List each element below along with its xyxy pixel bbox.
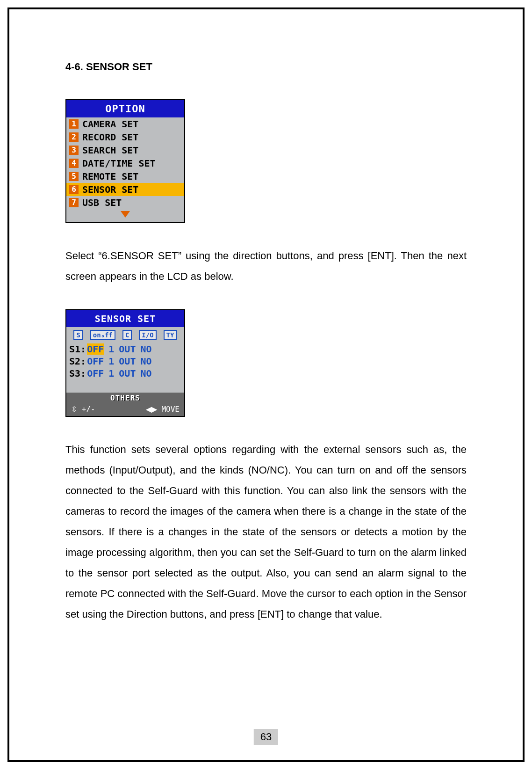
option-label: SEARCH SET	[82, 145, 138, 156]
sensor-row-s1[interactable]: S1: OFF 1 OUT NO	[69, 343, 181, 355]
sensor-set-title: SENSOR SET	[66, 310, 184, 327]
sensor-ty[interactable]: NO	[140, 356, 151, 367]
option-number: 3	[69, 146, 79, 155]
sensor-row-s3[interactable]: S3: OFF 1 OUT NO	[69, 367, 181, 379]
sensor-name: S2:	[69, 356, 86, 367]
sensor-name: S1:	[69, 343, 86, 355]
option-item-record-set[interactable]: 2 RECORD SET	[66, 131, 184, 144]
option-menu: OPTION 1 CAMERA SET 2 RECORD SET 3 SEARC…	[65, 99, 185, 223]
option-label: REMOTE SET	[82, 171, 138, 182]
col-header-c: C	[122, 330, 132, 340]
sensor-c[interactable]: 1	[108, 368, 114, 379]
chevron-down-icon	[121, 211, 130, 218]
option-number: 2	[69, 132, 79, 142]
scroll-down[interactable]	[66, 209, 184, 222]
option-label: USB SET	[82, 197, 122, 208]
option-label: DATE/TIME SET	[82, 158, 156, 169]
option-number: 1	[69, 119, 79, 129]
sensor-io[interactable]: OUT	[119, 343, 136, 355]
footer-move: ◀▶ MOVE	[146, 405, 180, 414]
updown-icon: ⇳	[71, 405, 77, 413]
col-header-io: I/O	[139, 330, 156, 340]
paragraph-1: Select “6.SENSOR SET” using the directio…	[65, 246, 467, 287]
option-number: 5	[69, 172, 79, 181]
option-label: CAMERA SET	[82, 118, 138, 130]
col-header-ty: TY	[164, 330, 177, 340]
sensor-ty[interactable]: NO	[140, 368, 151, 379]
option-item-remote-set[interactable]: 5 REMOTE SET	[66, 170, 184, 183]
option-item-search-set[interactable]: 3 SEARCH SET	[66, 144, 184, 157]
sensor-io[interactable]: OUT	[119, 368, 136, 379]
sensor-set-menu: SENSOR SET S onₒff C I/O TY S1: OFF 1 OU…	[65, 309, 185, 417]
paragraph-2: This function sets several options regar…	[65, 439, 467, 625]
sensor-onoff[interactable]: OFF	[87, 356, 104, 367]
section-title: 4-6. SENSOR SET	[65, 61, 467, 73]
option-item-usb-set[interactable]: 7 USB SET	[66, 196, 184, 209]
sensor-footer: ⇳ +/- ◀▶ MOVE	[66, 403, 184, 416]
sensor-header-row: S onₒff C I/O TY	[66, 327, 184, 343]
sensor-name: S3:	[69, 368, 86, 379]
col-header-s: S	[73, 330, 83, 340]
sensor-c[interactable]: 1	[108, 343, 114, 355]
leftright-icon: ◀▶	[146, 405, 157, 413]
option-label: RECORD SET	[82, 131, 138, 143]
option-menu-title: OPTION	[66, 100, 184, 117]
option-item-camera-set[interactable]: 1 CAMERA SET	[66, 117, 184, 131]
option-item-datetime-set[interactable]: 4 DATE/TIME SET	[66, 157, 184, 170]
sensor-row-s2[interactable]: S2: OFF 1 OUT NO	[69, 355, 181, 367]
footer-plusminus: ⇳ +/-	[71, 405, 95, 414]
sensor-c[interactable]: 1	[108, 356, 114, 367]
page-number: 63	[254, 729, 278, 745]
sensor-io[interactable]: OUT	[119, 356, 136, 367]
col-header-onoff: onₒff	[90, 330, 115, 340]
option-number: 4	[69, 159, 79, 168]
others-button[interactable]: OTHERS	[66, 393, 184, 403]
option-label: SENSOR SET	[82, 184, 138, 195]
option-item-sensor-set[interactable]: 6 SENSOR SET	[66, 183, 184, 196]
option-number: 6	[69, 185, 79, 194]
sensor-ty[interactable]: NO	[140, 343, 151, 355]
sensor-rows: S1: OFF 1 OUT NO S2: OFF 1 OUT NO S3: OF…	[66, 343, 184, 393]
page: 4-6. SENSOR SET OPTION 1 CAMERA SET 2 RE…	[7, 7, 525, 762]
sensor-onoff[interactable]: OFF	[87, 368, 104, 379]
option-number: 7	[69, 198, 79, 207]
sensor-onoff[interactable]: OFF	[87, 343, 104, 355]
